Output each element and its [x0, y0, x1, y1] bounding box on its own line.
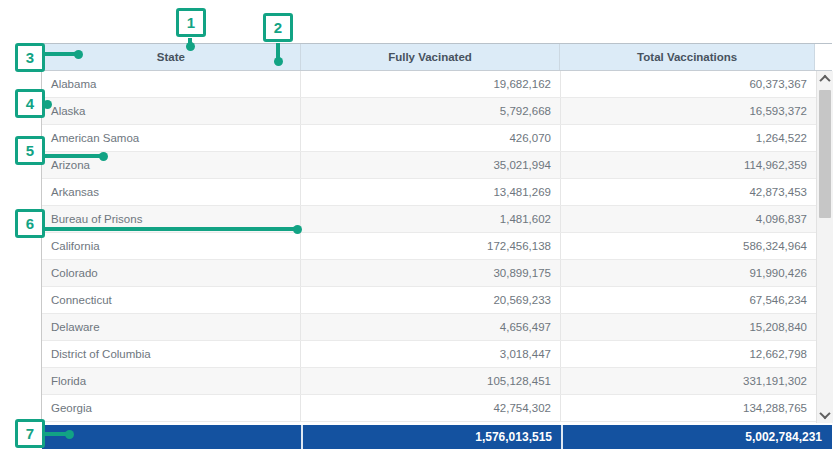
totals-total-vaccinations: 5,002,784,231 [561, 425, 831, 449]
table-row[interactable]: District of Columbia 3,018,447 12,662,79… [42, 341, 816, 368]
callout-3-dot [74, 50, 83, 59]
state-cell: Alabama [42, 71, 301, 97]
table-row[interactable]: Alabama 19,682,162 60,373,367 [42, 71, 816, 98]
fully-vacinated-cell: 4,656,497 [301, 314, 561, 340]
fully-vacinated-cell: 35,021,994 [301, 152, 561, 178]
screenshot-stage: State Fully Vacinated Total Vaccinations… [0, 0, 833, 453]
fully-vacinated-cell: 5,792,668 [301, 98, 561, 124]
callout-5-label: 5 [26, 142, 34, 159]
total-vaccinations-cell: 114,962,359 [561, 152, 816, 178]
fully-vacinated-cell: 105,128,451 [301, 368, 561, 394]
state-cell: District of Columbia [42, 341, 301, 367]
totals-fully-vacinated: 1,576,013,515 [301, 425, 561, 449]
callout-2-dot [274, 57, 283, 66]
state-cell: Connecticut [42, 287, 301, 313]
state-cell: Georgia [42, 395, 301, 421]
column-header-total-vaccinations[interactable]: Total Vaccinations [560, 44, 815, 70]
callout-1-marker: 1 [176, 8, 206, 37]
table-row[interactable]: American Samoa 426,070 1,264,522 [42, 125, 816, 152]
callout-7-label: 7 [26, 425, 34, 442]
table-body: Alabama 19,682,162 60,373,367 Alaska 5,7… [42, 71, 816, 423]
table-row[interactable]: Arkansas 13,481,269 42,873,453 [42, 179, 816, 206]
state-cell: Colorado [42, 260, 301, 286]
callout-2-marker: 2 [263, 13, 293, 42]
chevron-down-icon [819, 408, 830, 419]
total-vaccinations-cell: 4,096,837 [561, 206, 816, 232]
total-vaccinations-cell: 67,546,234 [561, 287, 816, 313]
table-header-row: State Fully Vacinated Total Vaccinations [42, 44, 832, 71]
fully-vacinated-cell: 426,070 [301, 125, 561, 151]
chevron-up-icon [819, 75, 830, 86]
totals-state-cell [42, 425, 301, 449]
table-row[interactable]: Georgia 42,754,302 134,288,765 [42, 395, 816, 422]
vertical-scrollbar[interactable] [816, 71, 833, 423]
state-cell: American Samoa [42, 125, 301, 151]
total-vaccinations-cell: 91,990,426 [561, 260, 816, 286]
total-vaccinations-cell: 60,373,367 [561, 71, 816, 97]
callout-6-connector [45, 227, 296, 231]
callout-5-dot [99, 152, 108, 161]
total-vaccinations-cell: 134,288,765 [561, 395, 816, 421]
table-row[interactable]: California 172,456,138 586,324,964 [42, 233, 816, 260]
callout-6-dot [293, 225, 302, 234]
callout-3-connector [45, 52, 76, 56]
column-header-fully-vacinated[interactable]: Fully Vacinated [301, 44, 561, 70]
fully-vacinated-cell: 20,569,233 [301, 287, 561, 313]
callout-1-label: 1 [187, 14, 195, 31]
state-cell: Arkansas [42, 179, 301, 205]
total-vaccinations-cell: 16,593,372 [561, 98, 816, 124]
callout-4-dot [43, 100, 52, 109]
state-cell: California [42, 233, 301, 259]
scroll-up-button[interactable] [817, 71, 833, 87]
callout-7-dot [65, 430, 74, 439]
table-row[interactable]: Colorado 30,899,175 91,990,426 [42, 260, 816, 287]
callout-3-marker: 3 [15, 43, 45, 72]
callout-6-label: 6 [26, 215, 34, 232]
vaccination-data-table: State Fully Vacinated Total Vaccinations… [41, 43, 832, 448]
callout-7-marker: 7 [15, 419, 45, 448]
total-vaccinations-cell: 1,264,522 [561, 125, 816, 151]
fully-vacinated-cell: 3,018,447 [301, 341, 561, 367]
total-vaccinations-cell: 331,191,302 [561, 368, 816, 394]
total-vaccinations-cell: 42,873,453 [561, 179, 816, 205]
fully-vacinated-cell: 19,682,162 [301, 71, 561, 97]
table-scroll-area: Alabama 19,682,162 60,373,367 Alaska 5,7… [42, 71, 833, 423]
table-row[interactable]: Delaware 4,656,497 15,208,840 [42, 314, 816, 341]
total-vaccinations-cell: 15,208,840 [561, 314, 816, 340]
total-vaccinations-cell: 586,324,964 [561, 233, 816, 259]
fully-vacinated-cell: 1,481,602 [301, 206, 561, 232]
callout-4-label: 4 [26, 95, 34, 112]
table-row[interactable]: Connecticut 20,569,233 67,546,234 [42, 287, 816, 314]
callout-5-connector [45, 154, 102, 158]
header-scrollbar-corner [815, 44, 832, 70]
state-cell: Alaska [42, 98, 301, 124]
fully-vacinated-cell: 172,456,138 [301, 233, 561, 259]
callout-2-label: 2 [274, 19, 282, 36]
callout-4-marker: 4 [15, 89, 45, 118]
callout-5-marker: 5 [15, 136, 45, 165]
scrollbar-thumb[interactable] [819, 90, 831, 218]
state-cell: Florida [42, 368, 301, 394]
table-row[interactable]: Alaska 5,792,668 16,593,372 [42, 98, 816, 125]
table-row[interactable]: Florida 105,128,451 331,191,302 [42, 368, 816, 395]
scroll-down-button[interactable] [817, 407, 833, 423]
callout-3-label: 3 [26, 49, 34, 66]
fully-vacinated-cell: 30,899,175 [301, 260, 561, 286]
state-cell: Delaware [42, 314, 301, 340]
fully-vacinated-cell: 13,481,269 [301, 179, 561, 205]
callout-1-dot [186, 42, 195, 51]
table-row[interactable]: Arizona 35,021,994 114,962,359 [42, 152, 816, 179]
callout-6-marker: 6 [15, 209, 45, 238]
total-vaccinations-cell: 12,662,798 [561, 341, 816, 367]
totals-row: 1,576,013,515 5,002,784,231 [42, 425, 832, 449]
fully-vacinated-cell: 42,754,302 [301, 395, 561, 421]
